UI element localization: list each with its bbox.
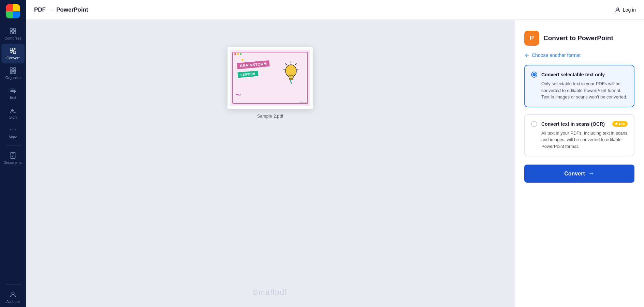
right-panel: P Convert to PowerPoint Choose another f… — [514, 20, 644, 307]
svg-line-31 — [286, 64, 287, 65]
svg-rect-2 — [10, 32, 12, 34]
svg-line-30 — [295, 64, 296, 65]
sidebar-item-convert[interactable]: Convert — [1, 44, 25, 63]
svg-rect-3 — [14, 32, 16, 34]
main-area: PDF ↔ PowerPoint Log in — [26, 0, 644, 307]
user-icon — [615, 7, 621, 13]
sidebar-item-label: Documents — [3, 160, 23, 165]
sign-icon — [9, 106, 17, 114]
account-label: Account — [6, 300, 20, 304]
pdf-thumbnail: ✦ BRAINSTORM SESSION — [230, 50, 310, 106]
sidebar-item-label: Sign — [9, 115, 17, 119]
convert-button[interactable]: Convert → — [524, 165, 634, 183]
option-selectable-text[interactable]: Convert selectable text only Only select… — [524, 65, 634, 107]
option2-radio[interactable] — [531, 121, 537, 127]
option1-radio[interactable] — [531, 72, 537, 78]
slide-dots — [234, 53, 241, 55]
login-button[interactable]: Log in — [615, 7, 636, 13]
convert-arrow: → — [588, 170, 595, 177]
svg-point-16 — [10, 129, 11, 131]
title-powerpoint: PowerPoint — [56, 6, 88, 13]
svg-rect-26 — [289, 76, 293, 77]
slide-credit: by Slidesgo — [298, 101, 307, 103]
sidebar-item-compress[interactable]: Compress — [0, 24, 26, 44]
account-icon — [9, 291, 17, 298]
convert-icon — [9, 47, 17, 55]
svg-rect-8 — [10, 70, 12, 72]
sidebar-item-label: More — [9, 135, 17, 139]
back-arrow-icon — [524, 52, 530, 58]
slide-lightbulb — [282, 60, 301, 84]
login-label: Log in — [623, 7, 636, 13]
slide-squiggle: 〜 — [235, 91, 241, 99]
svg-point-24 — [617, 8, 619, 10]
sidebar-item-organize[interactable]: Organize — [0, 63, 26, 83]
slide-preview: ✦ BRAINSTORM SESSION — [230, 50, 310, 106]
option1-title: Convert selectable text only — [541, 72, 628, 77]
sidebar-item-account[interactable]: Account — [0, 287, 26, 307]
svg-rect-19 — [11, 152, 15, 158]
header: PDF ↔ PowerPoint Log in — [26, 0, 644, 20]
svg-rect-4 — [10, 48, 13, 50]
compress-icon — [9, 27, 17, 35]
pdf-preview-area: ✦ BRAINSTORM SESSION — [26, 20, 514, 307]
choose-format-link[interactable]: Choose another format — [524, 52, 634, 58]
svg-rect-11 — [14, 73, 16, 73]
watermark: Smallpdf — [253, 288, 288, 297]
sidebar: Compress Convert Organize Edit — [0, 0, 26, 307]
sidebar-item-label: Organize — [5, 76, 21, 80]
svg-rect-7 — [14, 68, 16, 70]
slide-star: ✦ — [240, 57, 245, 63]
pdf-thumbnail-container: ✦ BRAINSTORM SESSION — [228, 47, 313, 109]
sidebar-item-label: Convert — [6, 56, 20, 60]
more-icon — [9, 126, 17, 134]
option-ocr[interactable]: Convert text in scans (OCR) ★ Pro All te… — [524, 114, 634, 157]
svg-rect-0 — [10, 28, 12, 30]
pro-badge: ★ Pro — [612, 121, 628, 127]
option2-desc: All text in your PDFs, including text in… — [531, 130, 628, 150]
ppt-icon: P — [524, 31, 539, 46]
pro-label: Pro — [619, 122, 625, 126]
sidebar-item-sign[interactable]: Sign — [0, 103, 26, 123]
svg-rect-9 — [14, 70, 16, 72]
choose-format-label: Choose another format — [532, 52, 581, 58]
title-pdf: PDF — [34, 6, 46, 13]
sidebar-item-label: Compress — [4, 36, 21, 40]
svg-rect-27 — [289, 77, 293, 78]
pro-star: ★ — [615, 122, 618, 126]
panel-title: Convert to PowerPoint — [543, 34, 613, 42]
panel-header: P Convert to PowerPoint — [524, 31, 634, 46]
sidebar-item-label: Edit — [10, 95, 16, 99]
sidebar-item-documents[interactable]: Documents — [0, 148, 26, 168]
svg-point-17 — [13, 129, 14, 131]
option2-title: Convert text in scans (OCR) — [541, 121, 608, 127]
pdf-filename: Sample 2.pdf — [257, 113, 283, 119]
option1-desc: Only selectable text in your PDFs will b… — [531, 80, 628, 101]
edit-icon — [9, 87, 17, 94]
app-logo — [6, 4, 20, 18]
option2-header: Convert text in scans (OCR) ★ Pro — [531, 121, 628, 127]
page-title: PDF ↔ PowerPoint — [34, 6, 88, 13]
convert-label: Convert — [564, 171, 585, 177]
sidebar-bottom: Account — [0, 281, 26, 307]
content-area: ✦ BRAINSTORM SESSION — [26, 20, 644, 307]
sidebar-divider — [5, 145, 21, 145]
sidebar-divider-bottom — [5, 284, 21, 285]
option1-header: Convert selectable text only — [531, 72, 628, 78]
documents-icon — [9, 152, 17, 159]
organize-icon — [9, 67, 17, 74]
svg-rect-5 — [13, 51, 16, 53]
title-arrow: ↔ — [48, 7, 54, 13]
sidebar-item-edit[interactable]: Edit — [0, 83, 26, 103]
svg-rect-6 — [10, 68, 12, 70]
svg-rect-10 — [10, 73, 12, 73]
svg-point-23 — [12, 292, 14, 294]
sidebar-item-more[interactable]: More — [0, 123, 26, 142]
svg-point-18 — [15, 129, 16, 131]
svg-point-25 — [286, 65, 296, 77]
svg-rect-1 — [14, 28, 16, 30]
